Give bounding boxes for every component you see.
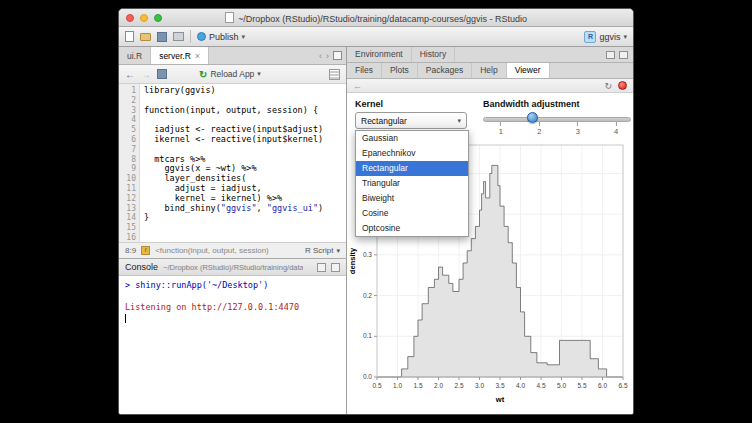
scope-context[interactable]: <function(input, output, session) xyxy=(155,246,269,255)
titlebar: ~/Dropbox (RStudio)/RStudio/training/dat… xyxy=(119,9,633,27)
refresh-icon[interactable]: ↻ xyxy=(604,81,612,91)
svg-text:density: density xyxy=(348,247,357,274)
main-toolbar: Publish ▾ R ggvis ▾ xyxy=(119,27,633,47)
back-icon[interactable]: ← xyxy=(125,69,135,80)
editor-toolbar: ← → ↻ Reload App ▾ xyxy=(119,65,346,84)
slider-tick: 2 xyxy=(537,122,541,136)
tab-history[interactable]: History xyxy=(412,47,455,62)
tool-pane-tabs: FilesPlotsPackagesHelpViewer xyxy=(347,63,633,79)
tab-server-r[interactable]: server.R × xyxy=(151,47,209,64)
tab-plots[interactable]: Plots xyxy=(382,63,418,78)
forward-icon[interactable]: → xyxy=(141,69,151,80)
menu-option-cosine[interactable]: Cosine xyxy=(356,206,468,221)
menu-option-optcosine[interactable]: Optcosine xyxy=(356,221,468,236)
document-outline-icon[interactable] xyxy=(329,69,340,80)
svg-text:3.5: 3.5 xyxy=(495,382,504,389)
tab-scroll-left-icon[interactable]: ‹ xyxy=(319,51,322,61)
maximize-pane-icon[interactable] xyxy=(619,51,628,59)
svg-text:1.0: 1.0 xyxy=(393,382,402,389)
console-title: Console xyxy=(125,262,158,272)
slider-tick: 3 xyxy=(576,122,580,136)
console-lines[interactable]: > shiny::runApp('~/Desktop') Listening o… xyxy=(119,276,346,414)
code-editor[interactable]: 12345678910111213141516 library(ggvis) f… xyxy=(119,84,346,242)
minimize-window-button[interactable] xyxy=(140,14,148,22)
traffic-lights xyxy=(126,14,162,22)
new-file-icon[interactable] xyxy=(125,31,134,42)
menu-option-epanechnikov[interactable]: Epanechnikov xyxy=(356,146,468,161)
document-proxy-icon xyxy=(225,12,234,23)
svg-text:0.2: 0.2 xyxy=(363,292,372,299)
svg-text:5.0: 5.0 xyxy=(557,382,566,389)
print-icon[interactable] xyxy=(173,32,184,41)
tab-help[interactable]: Help xyxy=(472,63,506,78)
svg-text:3.0: 3.0 xyxy=(475,382,484,389)
svg-text:6.0: 6.0 xyxy=(598,382,607,389)
reload-app-button[interactable]: ↻ Reload App ▾ xyxy=(199,69,261,80)
env-tabs: EnvironmentHistory xyxy=(347,47,455,62)
publish-button[interactable]: Publish ▾ xyxy=(197,32,245,42)
kernel-selected-value: Rectangular xyxy=(361,116,407,126)
bandwidth-slider[interactable]: 1234 xyxy=(483,114,631,138)
code-line[interactable]: ikernel <- reactive(input$kernel) xyxy=(144,135,346,145)
svg-text:4.5: 4.5 xyxy=(536,382,545,389)
environment-pane-tabs: EnvironmentHistory xyxy=(347,47,633,63)
caret-down-icon[interactable]: ▾ xyxy=(257,70,261,78)
open-folder-icon[interactable] xyxy=(140,33,151,41)
viewer-content: Kernel Rectangular ▾ Bandwidth adjustmen… xyxy=(347,93,633,414)
stop-app-icon[interactable] xyxy=(618,81,627,90)
cursor-position: 8:9 xyxy=(125,246,136,255)
code-line[interactable]: } xyxy=(144,213,346,223)
slider-track[interactable] xyxy=(483,117,631,122)
publish-label: Publish xyxy=(209,32,239,42)
popout-icon[interactable] xyxy=(333,51,342,60)
console-cursor xyxy=(125,314,126,323)
left-column: ui.R server.R × ‹ › ← → xyxy=(119,47,347,414)
slider-tick: 1 xyxy=(499,122,503,136)
save-file-icon[interactable] xyxy=(157,69,167,79)
publish-icon xyxy=(197,32,206,41)
tool-tabs: FilesPlotsPackagesHelpViewer xyxy=(347,63,550,78)
maximize-pane-icon[interactable] xyxy=(331,263,340,272)
project-menu-button[interactable]: R ggvis ▾ xyxy=(584,31,627,43)
tab-files[interactable]: Files xyxy=(347,63,382,78)
editor-code-lines[interactable]: library(ggvis) function(input, output, s… xyxy=(140,84,346,242)
tab-viewer[interactable]: Viewer xyxy=(507,63,550,78)
minimize-pane-icon[interactable] xyxy=(317,263,326,272)
close-tab-icon[interactable]: × xyxy=(195,48,200,64)
zoom-window-button[interactable] xyxy=(154,14,162,22)
slider-tick: 4 xyxy=(614,122,618,136)
viewer-toolbar: ← ↻ xyxy=(347,79,633,93)
menu-option-triangular[interactable]: Triangular xyxy=(356,176,468,191)
r-project-icon: R xyxy=(584,31,596,43)
code-line[interactable] xyxy=(144,233,346,242)
tab-packages[interactable]: Packages xyxy=(418,63,472,78)
close-window-button[interactable] xyxy=(126,14,134,22)
menu-option-biweight[interactable]: Biweight xyxy=(356,191,468,206)
tab-environment[interactable]: Environment xyxy=(347,47,412,62)
kernel-select[interactable]: Rectangular ▾ xyxy=(355,112,467,129)
menu-option-rectangular[interactable]: Rectangular xyxy=(356,161,468,176)
editor-gutter: 12345678910111213141516 xyxy=(119,84,140,242)
console-line xyxy=(125,291,340,302)
code-line[interactable]: bind_shiny("ggvis", "ggvis_ui") xyxy=(144,204,346,214)
minimize-pane-icon[interactable] xyxy=(606,51,615,59)
file-type-selector[interactable]: R Script ▾ xyxy=(305,246,340,255)
caret-down-icon: ▾ xyxy=(457,117,461,125)
code-line[interactable]: function(input, output, session) { xyxy=(144,106,346,116)
console-working-dir[interactable]: ~/Dropbox (RStudio)/RStudio/training/dat… xyxy=(163,263,303,272)
console-pane: Console ~/Dropbox (RStudio)/RStudio/trai… xyxy=(119,258,346,414)
kernel-dropdown-menu: GaussianEpanechnikovRectangularTriangula… xyxy=(355,130,469,237)
svg-text:4.0: 4.0 xyxy=(516,382,525,389)
code-line[interactable]: library(ggvis) xyxy=(144,86,346,96)
save-icon[interactable] xyxy=(157,32,167,42)
tab-scroll-right-icon[interactable]: › xyxy=(326,51,329,61)
reload-icon: ↻ xyxy=(199,69,207,80)
tab-ui-r[interactable]: ui.R xyxy=(119,47,151,64)
menu-option-gaussian[interactable]: Gaussian xyxy=(356,131,468,146)
code-line[interactable] xyxy=(144,223,346,233)
editor-statusbar: 8:9 f <function(input, output, session) … xyxy=(119,242,346,258)
svg-text:2.0: 2.0 xyxy=(434,382,443,389)
console-line: > shiny::runApp('~/Desktop') xyxy=(125,280,340,291)
viewer-back-icon[interactable]: ← xyxy=(353,81,362,91)
svg-text:0.1: 0.1 xyxy=(363,332,372,339)
